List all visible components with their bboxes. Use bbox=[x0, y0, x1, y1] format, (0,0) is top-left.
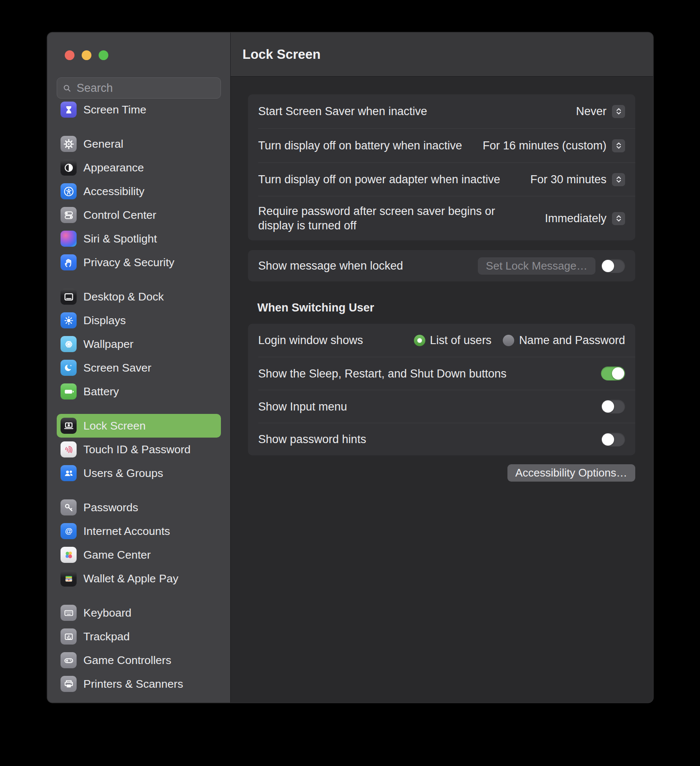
sidebar-item-printers-scanners[interactable]: Printers & Scanners bbox=[57, 672, 221, 696]
sidebar-item-wallpaper[interactable]: Wallpaper bbox=[57, 332, 221, 356]
minimize-button[interactable] bbox=[82, 50, 91, 60]
sidebar-item-label: Users & Groups bbox=[83, 467, 163, 480]
sidebar-item-label: Wallpaper bbox=[83, 338, 133, 351]
accessibility-icon bbox=[61, 183, 77, 199]
sidebar-item-game-center[interactable]: Game Center bbox=[57, 543, 221, 567]
close-button[interactable] bbox=[65, 50, 74, 60]
setting-row-require-password-after-screen-saver-begi: Require password after screen saver begi… bbox=[248, 196, 635, 240]
toggle-show-input-menu[interactable] bbox=[601, 400, 625, 413]
dropdown-stepper-icon[interactable] bbox=[612, 173, 625, 186]
sidebar-item-label: Desktop & Dock bbox=[83, 290, 164, 303]
dropdown-stepper-icon[interactable] bbox=[612, 105, 625, 118]
dropdown-stepper-icon[interactable] bbox=[612, 212, 625, 225]
sidebar-item-internet-accounts[interactable]: @Internet Accounts bbox=[57, 519, 221, 543]
sidebar-item-appearance[interactable]: Appearance bbox=[57, 156, 221, 179]
toggle-show-password-hints[interactable] bbox=[601, 433, 625, 446]
sidebar-item-label: Wallet & Apple Pay bbox=[83, 572, 178, 585]
sidebar-group: Lock ScreenTouch ID & PasswordUsers & Gr… bbox=[57, 414, 221, 485]
setting-label: Start Screen Saver when inactive bbox=[258, 104, 427, 118]
sidebar-item-label: General bbox=[83, 138, 123, 151]
sidebar-item-label: Game Controllers bbox=[83, 654, 171, 667]
zoom-button[interactable] bbox=[99, 50, 108, 60]
sidebar-group: GeneralAppearanceAccessibilityControl Ce… bbox=[57, 132, 221, 274]
game-controller-icon bbox=[61, 652, 77, 668]
gear-icon bbox=[61, 136, 77, 152]
setting-row-start-screen-saver-when-inactive: Start Screen Saver when inactiveNever bbox=[248, 94, 635, 128]
accessibility-options-button[interactable]: Accessibility Options… bbox=[507, 464, 635, 482]
setting-label: Turn display off on battery when inactiv… bbox=[258, 138, 462, 153]
displays-sun-icon bbox=[61, 312, 77, 328]
radio-option-name-and-password[interactable]: Name and Password bbox=[503, 334, 625, 347]
wallpaper-flower-icon bbox=[61, 336, 77, 352]
sidebar-item-touch-id-password[interactable]: Touch ID & Password bbox=[57, 438, 221, 461]
toggle-show-the-sleep-restart-and-shut-down-but[interactable] bbox=[601, 366, 625, 380]
setting-label: Show the Sleep, Restart, and Shut Down b… bbox=[258, 366, 507, 381]
control-center-icon bbox=[61, 207, 77, 223]
sidebar-item-screen-saver[interactable]: Screen Saver bbox=[57, 356, 221, 380]
login-window-row: Login window shows List of usersName and… bbox=[248, 324, 635, 357]
passwords-key-icon bbox=[61, 499, 77, 515]
set-lock-message-button[interactable]: Set Lock Message… bbox=[478, 257, 595, 275]
sidebar-item-game-controllers[interactable]: Game Controllers bbox=[57, 648, 221, 672]
dropdown-stepper-icon[interactable] bbox=[612, 139, 625, 152]
sidebar-item-label: Appearance bbox=[83, 161, 144, 174]
sidebar-item-control-center[interactable]: Control Center bbox=[57, 203, 221, 227]
printer-icon bbox=[61, 676, 77, 692]
selected-value: Immediately bbox=[545, 212, 606, 225]
sidebar-item-lock-screen[interactable]: Lock Screen bbox=[57, 414, 221, 438]
sidebar-item-users-groups[interactable]: Users & Groups bbox=[57, 461, 221, 485]
sidebar-group: Screen Time bbox=[57, 102, 221, 121]
keyboard-icon bbox=[61, 605, 77, 621]
row-label: Show message when locked bbox=[258, 259, 403, 273]
radio-option-list-of-users[interactable]: List of users bbox=[414, 334, 492, 347]
system-settings-window: Screen TimeGeneralAppearanceAccessibilit… bbox=[47, 33, 653, 703]
sidebar-group: Passwords@Internet AccountsGame CenterWa… bbox=[57, 496, 221, 590]
row-label: Login window shows bbox=[258, 333, 363, 347]
selected-value: For 16 minutes (custom) bbox=[482, 139, 606, 152]
sidebar-item-general[interactable]: General bbox=[57, 132, 221, 156]
appearance-icon bbox=[61, 160, 77, 176]
search-input[interactable] bbox=[76, 81, 215, 95]
sidebar-item-label: Accessibility bbox=[83, 185, 144, 198]
toggle-knob bbox=[612, 367, 624, 380]
toggle-row-show-input-menu: Show Input menu bbox=[248, 390, 635, 423]
sidebar-item-privacy-security[interactable]: Privacy & Security bbox=[57, 251, 221, 274]
sidebar-item-label: Displays bbox=[83, 314, 126, 327]
sidebar-item-label: Passwords bbox=[83, 501, 138, 514]
battery-icon bbox=[61, 383, 77, 400]
traffic-lights bbox=[65, 50, 108, 60]
sidebar-item-accessibility[interactable]: Accessibility bbox=[57, 179, 221, 203]
svg-text:@: @ bbox=[65, 527, 72, 535]
screensaver-moon-icon bbox=[61, 360, 77, 376]
page-title: Lock Screen bbox=[243, 47, 320, 62]
sidebar-item-label: Control Center bbox=[83, 209, 156, 222]
radio-selected-icon[interactable] bbox=[414, 335, 425, 346]
screen-time-icon bbox=[61, 102, 77, 118]
radio-label: Name and Password bbox=[519, 334, 625, 347]
sidebar-item-label: Lock Screen bbox=[83, 419, 146, 433]
sidebar-item-displays[interactable]: Displays bbox=[57, 309, 221, 332]
siri-icon bbox=[61, 231, 77, 247]
sidebar-item-label: Screen Time bbox=[83, 103, 146, 116]
toggle-row-show-the-sleep-restart-and-shut-down-but: Show the Sleep, Restart, and Shut Down b… bbox=[248, 357, 635, 390]
sidebar-item-keyboard[interactable]: Keyboard bbox=[57, 601, 221, 625]
lock-screen-icon bbox=[61, 418, 77, 434]
sidebar-item-trackpad[interactable]: Trackpad bbox=[57, 625, 221, 648]
trackpad-icon bbox=[61, 628, 77, 645]
sidebar-item-label: Game Center bbox=[83, 548, 151, 562]
radio-label: List of users bbox=[430, 334, 492, 347]
setting-label: Turn display off on power adapter when i… bbox=[258, 172, 500, 187]
show-message-toggle[interactable] bbox=[601, 259, 625, 273]
toggle-knob bbox=[602, 400, 614, 413]
sidebar-item-battery[interactable]: Battery bbox=[57, 380, 221, 403]
sidebar-item-desktop-dock[interactable]: Desktop & Dock bbox=[57, 285, 221, 309]
wallet-icon bbox=[61, 570, 77, 587]
radio-unselected-icon[interactable] bbox=[503, 335, 514, 346]
sidebar-item-siri-spotlight[interactable]: Siri & Spotlight bbox=[57, 227, 221, 251]
sidebar-item-label: Keyboard bbox=[83, 606, 131, 620]
search-field[interactable] bbox=[57, 77, 221, 99]
setting-label: Show password hints bbox=[258, 432, 366, 446]
sidebar-item-screen-time[interactable]: Screen Time bbox=[57, 102, 221, 121]
sidebar-item-passwords[interactable]: Passwords bbox=[57, 496, 221, 519]
sidebar-item-wallet-apple-pay[interactable]: Wallet & Apple Pay bbox=[57, 567, 221, 590]
